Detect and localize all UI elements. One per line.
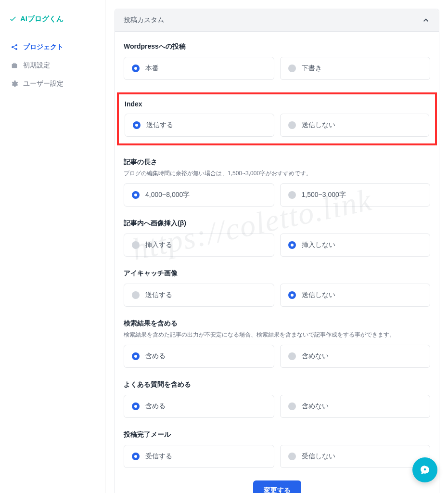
radio-eyecatch-send[interactable]: 送信する: [124, 284, 274, 307]
brand-name: AIブログくん: [20, 14, 64, 24]
section-search-results: 検索結果を含める 検索結果を含めた記事の出力が不安定になる場合、検索結果を含まな…: [124, 319, 430, 368]
radio-label: 送信する: [146, 121, 173, 130]
radio-label: 4,000~8,000字: [145, 191, 190, 199]
section-desc: ブログの編集時間に余裕が無い場合は、1,500~3,000字がおすすめです。: [124, 169, 430, 178]
radio-dot-icon: [288, 65, 296, 72]
chevron-up-icon: [422, 16, 430, 25]
svg-point-2: [15, 48, 17, 50]
svg-point-3: [424, 468, 426, 470]
section-completion-mail: 投稿完了メール 受信する 受信しない: [124, 430, 430, 468]
logo-check-icon: [9, 15, 17, 24]
radio-dot-icon: [132, 291, 140, 299]
radio-label: 含める: [145, 402, 166, 411]
gear-icon: [11, 80, 18, 88]
radio-dot-icon: [288, 121, 296, 129]
section-title: よくある質問を含める: [124, 380, 430, 389]
section-title: Index: [125, 100, 429, 108]
radio-mail-receive[interactable]: 受信する: [124, 445, 274, 468]
radio-dot-icon: [288, 241, 296, 249]
section-index-highlight: Index 送信する 送信しない: [117, 92, 437, 145]
section-wordpress: Wordpressへの投稿 本番 下書き: [124, 42, 430, 80]
radio-group-index: 送信する 送信しない: [125, 114, 429, 137]
radio-dot-icon: [288, 291, 296, 299]
section-title: 記事内へ画像挿入(β): [124, 219, 430, 228]
radio-label: 送信しない: [302, 121, 335, 130]
post-custom-panel: 投稿カスタム Wordpressへの投稿 本番: [115, 9, 439, 493]
radio-label: 送信しない: [302, 291, 335, 299]
section-title: 投稿完了メール: [124, 430, 430, 439]
radio-label: 本番: [145, 64, 159, 73]
sidebar-item-initial-settings[interactable]: 初期設定: [9, 56, 97, 75]
panel-title: 投稿カスタム: [124, 16, 164, 25]
section-eyecatch: アイキャッチ画像 送信する 送信しない: [124, 269, 430, 307]
radio-index-nosend[interactable]: 送信しない: [280, 114, 430, 137]
radio-mail-noreceive[interactable]: 受信しない: [280, 445, 431, 468]
section-image-insert: 記事内へ画像挿入(β) 挿入する 挿入しない: [124, 219, 430, 257]
radio-label: 受信しない: [302, 452, 335, 461]
submit-button[interactable]: 変更する: [253, 480, 301, 493]
section-index: Index 送信する 送信しない: [125, 100, 429, 137]
sidebar-item-user-settings[interactable]: ユーザー設定: [9, 75, 97, 93]
radio-wordpress-production[interactable]: 本番: [124, 57, 274, 80]
section-length: 記事の長さ ブログの編集時間に余裕が無い場合は、1,500~3,000字がおすす…: [124, 158, 430, 207]
radio-group-faq: 含める 含めない: [124, 395, 430, 418]
section-title: 記事の長さ: [124, 158, 430, 167]
brand-logo[interactable]: AIブログくん: [9, 14, 97, 24]
radio-dot-icon: [288, 453, 296, 460]
radio-faq-exclude[interactable]: 含めない: [280, 395, 431, 418]
radio-dot-icon: [288, 352, 296, 360]
main-content: https://coletto.link 投稿カスタム Wordpressへの投…: [106, 0, 448, 493]
svg-point-1: [15, 44, 17, 46]
radio-label: 1,500~3,000字: [302, 191, 346, 199]
section-title: 検索結果を含める: [124, 319, 430, 328]
radio-dot-icon: [132, 453, 140, 460]
radio-dot-icon: [132, 352, 140, 360]
radio-group-completion-mail: 受信する 受信しない: [124, 445, 430, 468]
share-nodes-icon: [11, 43, 18, 51]
radio-dot-icon: [132, 241, 140, 249]
radio-image-insert-yes[interactable]: 挿入する: [124, 234, 274, 257]
radio-label: 含めない: [302, 402, 329, 411]
radio-label: 挿入しない: [302, 241, 335, 249]
radio-search-include[interactable]: 含める: [124, 345, 274, 368]
radio-label: 送信する: [145, 291, 172, 299]
radio-dot-icon: [132, 402, 140, 410]
radio-dot-icon: [288, 191, 296, 199]
radio-label: 下書き: [302, 64, 322, 73]
radio-eyecatch-nosend[interactable]: 送信しない: [280, 284, 431, 307]
section-desc: 検索結果を含めた記事の出力が不安定になる場合、検索結果を含まないで記事作成をする…: [124, 331, 430, 339]
radio-image-insert-no[interactable]: 挿入しない: [280, 234, 431, 257]
radio-group-wordpress: 本番 下書き: [124, 57, 430, 80]
briefcase-icon: [11, 62, 18, 69]
panel-header[interactable]: 投稿カスタム: [115, 9, 439, 32]
radio-group-length: 4,000~8,000字 1,500~3,000字: [124, 183, 430, 207]
radio-dot-icon: [288, 402, 296, 410]
radio-search-exclude[interactable]: 含めない: [280, 345, 431, 368]
radio-group-image-insert: 挿入する 挿入しない: [124, 234, 430, 257]
svg-point-0: [12, 46, 13, 48]
sidebar-item-project[interactable]: プロジェクト: [9, 38, 97, 56]
chat-bubble-icon: [419, 464, 431, 476]
radio-label: 含める: [145, 352, 166, 361]
radio-length-short[interactable]: 1,500~3,000字: [280, 183, 431, 207]
section-title: アイキャッチ画像: [124, 269, 430, 278]
radio-dot-icon: [133, 121, 141, 129]
chat-fab[interactable]: [412, 457, 437, 482]
panel-body: Wordpressへの投稿 本番 下書き: [115, 32, 439, 493]
radio-dot-icon: [132, 191, 140, 199]
sidebar-item-label: 初期設定: [23, 61, 50, 70]
radio-group-search-results: 含める 含めない: [124, 345, 430, 368]
radio-label: 含めない: [302, 352, 329, 361]
sidebar-item-label: プロジェクト: [23, 43, 64, 52]
section-title: Wordpressへの投稿: [124, 42, 430, 51]
sidebar: AIブログくん プロジェクト 初期設定 ユーザー設定: [0, 0, 106, 493]
radio-faq-include[interactable]: 含める: [124, 395, 274, 418]
radio-wordpress-draft[interactable]: 下書き: [280, 57, 431, 80]
section-faq: よくある質問を含める 含める 含めない: [124, 380, 430, 418]
radio-dot-icon: [132, 65, 140, 72]
radio-length-long[interactable]: 4,000~8,000字: [124, 183, 274, 207]
submit-row: 変更する: [124, 480, 430, 493]
radio-index-send[interactable]: 送信する: [125, 114, 274, 137]
radio-group-eyecatch: 送信する 送信しない: [124, 284, 430, 307]
radio-label: 挿入する: [145, 241, 172, 249]
